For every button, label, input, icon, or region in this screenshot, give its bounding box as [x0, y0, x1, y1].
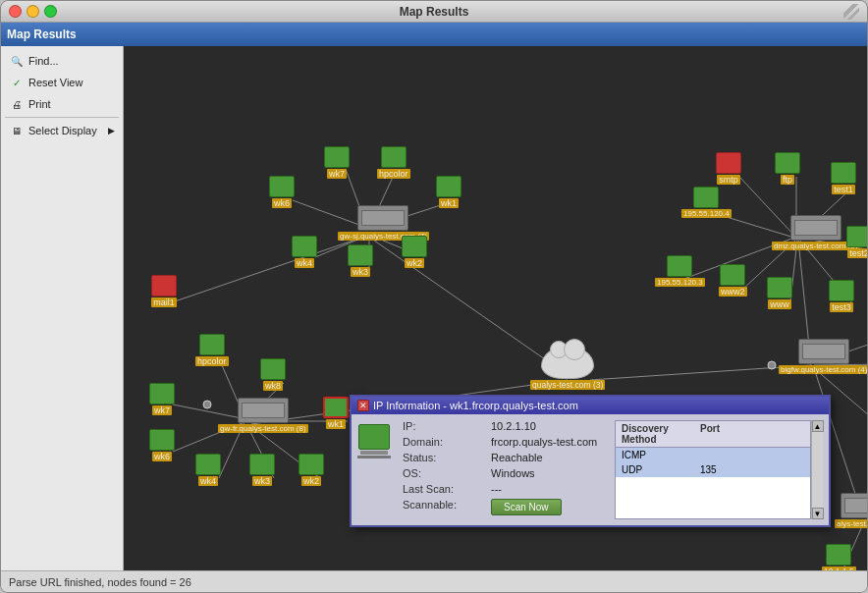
scroll-down-button[interactable]: ▼ [812, 508, 824, 519]
ip-label-os: OS: [403, 467, 491, 479]
window-title: Map Results [400, 5, 469, 19]
node-wk3-bot[interactable]: wk3 [249, 454, 275, 486]
node-195-120-4[interactable]: 195.55.120.4 [681, 187, 732, 218]
sidebar-item-reset-view[interactable]: ✓ Reset View [1, 72, 123, 93]
node-label-wk1-top: wk1 [439, 198, 459, 208]
node-wk4-top[interactable]: wk4 [292, 236, 317, 268]
node-wk2-bot[interactable]: wk2 [298, 454, 324, 486]
svg-line-32 [175, 236, 367, 301]
node-wk4-bot[interactable]: wk4 [195, 454, 221, 486]
node-label-wk3-top: wk3 [351, 267, 370, 277]
reset-label: Reset View [28, 77, 82, 88]
ip-popup-body: IP: 10.2.1.10 Domain: frcorp.qualys-test… [352, 414, 829, 525]
discovery-col-method: Discovery Method [616, 421, 694, 447]
node-smtp[interactable]: smtp [716, 152, 741, 185]
node-hpcolor-top[interactable]: hpcolor [377, 146, 410, 179]
sidebar-item-find[interactable]: 🔍 Find... [1, 50, 123, 72]
main-window: Map Results Map Results 🔍 Find... ✓ Rese… [0, 0, 868, 593]
ip-value-domain: frcorp.qualys-test.com [491, 436, 597, 448]
node-10-1-1-5[interactable]: 10.1.1.5 [822, 544, 856, 570]
node-www[interactable]: www [767, 277, 792, 309]
node-label-bigfw: bigfw.qualys-test.com (4) [779, 365, 867, 374]
node-label-test3: test3 [830, 302, 853, 312]
node-bigfw[interactable]: bigfw.qualys-test.com (4) [779, 339, 867, 374]
node-hpcolor-bot[interactable]: hpcolor [195, 334, 229, 366]
menu-bar: Map Results [1, 23, 867, 46]
svg-point-37 [768, 361, 776, 369]
node-wk6-bot[interactable]: wk6 [149, 429, 175, 461]
close-button[interactable] [9, 5, 22, 18]
node-label-gw-fr: gw-fr.qualys-test.com (8) [218, 424, 308, 433]
window-controls [9, 5, 57, 18]
discovery-row-0: ICMP [616, 448, 810, 462]
node-label-smtp: smtp [717, 175, 740, 185]
sidebar-item-print[interactable]: 🖨 Print [1, 93, 123, 115]
print-icon: 🖨 [9, 96, 25, 112]
discovery-col-port: Port [694, 421, 753, 447]
scroll-up-button[interactable]: ▲ [812, 420, 824, 432]
ip-popup-title: IP Information - wk1.frcorp.qualys-test.… [373, 400, 578, 411]
status-text: Parse URL finished, nodes found = 26 [9, 576, 191, 588]
find-icon: 🔍 [9, 53, 25, 69]
node-label-mail1: mail1 [151, 297, 177, 307]
node-label-wk7: wk7 [327, 169, 347, 179]
maximize-button[interactable] [44, 5, 57, 18]
node-wk7[interactable]: wk7 [324, 146, 350, 179]
node-label-qualys-test: qualys-test.com (3) [530, 380, 605, 390]
node-wk7-bot[interactable]: wk7 [149, 383, 175, 415]
node-qualys-test[interactable]: qualys-test.com (3) [530, 346, 605, 390]
node-label-wk2-bot: wk2 [301, 476, 321, 486]
node-mail1[interactable]: mail1 [151, 275, 177, 307]
status-bar: Parse URL finished, nodes found = 26 [1, 570, 867, 592]
ip-field-status: Status: Reachable [403, 452, 609, 463]
node-gw-fr[interactable]: gw-fr.qualys-test.com (8) [218, 398, 308, 433]
node-test1[interactable]: test1 [831, 162, 856, 194]
node-wk3-top[interactable]: wk3 [348, 244, 373, 277]
node-wk8[interactable]: wk8 [260, 358, 286, 391]
ip-label-lastscan: Last Scan: [403, 483, 491, 495]
node-wk1-top[interactable]: wk1 [436, 176, 461, 208]
node-test3[interactable]: test3 [829, 280, 854, 312]
node-ftp[interactable]: ftp [775, 152, 800, 185]
node-label-195-120-3: 195.55.120.3 [655, 278, 705, 287]
ip-popup-fields: IP: 10.2.1.10 Domain: frcorp.qualys-test… [403, 420, 609, 519]
node-label-wk7-bot: wk7 [152, 405, 172, 415]
node-label-ftp: ftp [781, 175, 794, 185]
node-label-wk1-selected: wk1 [326, 419, 346, 429]
node-wk6-top[interactable]: wk6 [269, 176, 295, 208]
ip-field-ip: IP: 10.2.1.10 [403, 420, 609, 432]
select-display-label: Select Display [28, 125, 97, 136]
node-label-10-1-1-5: 10.1.1.5 [822, 566, 856, 570]
sidebar-divider [5, 117, 119, 118]
node-label-wk6-bot: wk6 [152, 452, 172, 461]
node-ys-bot[interactable]: alys-test.com (?) [835, 493, 867, 528]
node-www2[interactable]: www2 [719, 264, 747, 296]
node-195-120-3[interactable]: 195.55.120.3 [655, 255, 705, 287]
ip-label-status: Status: [403, 452, 491, 463]
map-canvas[interactable]: wk6 wk7 hpcolor wk1 gw-sj.qu [124, 46, 867, 570]
ip-popup-close-button[interactable]: ✕ [357, 400, 369, 411]
ip-field-lastscan: Last Scan: --- [403, 483, 609, 495]
node-label-test2: test2 [847, 248, 867, 258]
node-wk2-top[interactable]: wk2 [402, 236, 427, 268]
minimize-button[interactable] [27, 5, 39, 18]
node-label-wk8: wk8 [263, 381, 283, 391]
svg-point-36 [203, 401, 211, 408]
discovery-port-0 [700, 450, 759, 460]
discovery-method-1: UDP [622, 464, 700, 475]
node-label-hpcolor-top: hpcolor [377, 169, 410, 179]
ip-value-ip: 10.2.1.10 [491, 420, 536, 432]
discovery-header: Discovery Method Port [616, 421, 810, 448]
node-label-hpcolor-bot: hpcolor [195, 356, 229, 366]
node-wk1-selected[interactable]: wk1 [323, 397, 349, 429]
discovery-panel: Discovery Method Port ICMP UDP 135 [615, 420, 823, 519]
scan-now-button[interactable]: Scan Now [491, 499, 562, 515]
node-label-www: www [768, 299, 791, 309]
ip-value-os: Windows [491, 467, 535, 479]
node-label-ys-bot: alys-test.com (?) [835, 519, 867, 528]
node-label-wk6-top: wk6 [272, 198, 292, 208]
sidebar-item-select-display[interactable]: 🖥 Select Display ▶ [1, 120, 123, 141]
node-test2[interactable]: test2 [846, 226, 867, 258]
resize-icon [843, 4, 859, 20]
arrow-icon: ▶ [108, 126, 115, 135]
